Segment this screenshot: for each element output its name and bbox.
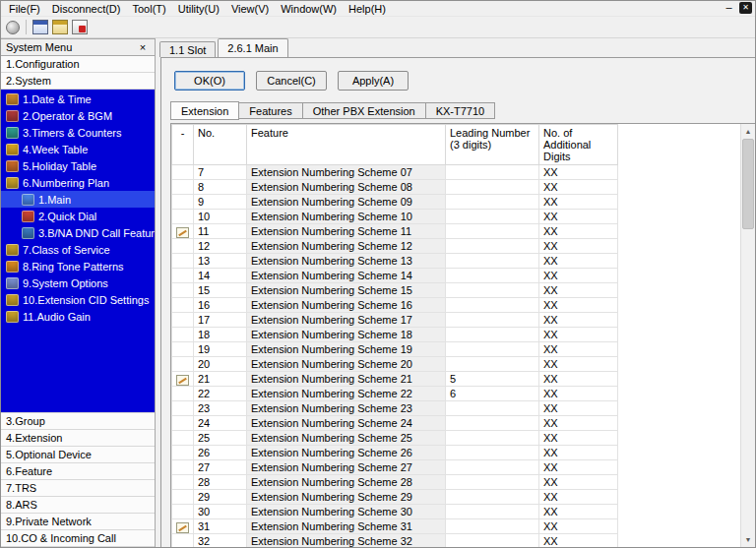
additional-digits-cell[interactable]: XX (539, 313, 618, 328)
close-icon[interactable]: ✕ (739, 2, 752, 14)
additional-digits-cell[interactable]: XX (539, 372, 618, 387)
additional-digits-cell[interactable]: XX (539, 195, 618, 210)
leading-number-cell[interactable] (446, 195, 539, 210)
tree-item[interactable]: 5.Holiday Table (1, 157, 155, 174)
additional-digits-cell[interactable]: XX (539, 298, 618, 313)
leading-number-cell[interactable] (446, 283, 539, 298)
leading-number-cell[interactable] (446, 534, 539, 548)
tree-item[interactable]: 1.Main (1, 191, 155, 208)
leading-number-cell[interactable] (446, 431, 539, 446)
leading-number-cell[interactable] (446, 269, 539, 283)
additional-digits-cell[interactable]: XX (539, 416, 618, 431)
leading-number-cell[interactable] (446, 254, 539, 269)
vertical-scrollbar[interactable]: ▲ ▼ (740, 124, 755, 547)
additional-digits-cell[interactable]: XX (539, 475, 618, 490)
additional-digits-cell[interactable]: XX (539, 269, 618, 283)
tree-item[interactable]: 3.Timers & Counters (1, 124, 155, 141)
tree-item[interactable]: 8.Ring Tone Patterns (1, 258, 155, 274)
tree-item[interactable]: 2.Operator & BGM (1, 107, 155, 124)
additional-digits-cell[interactable]: XX (539, 224, 618, 239)
doc-tab[interactable]: 1.1 Slot (159, 41, 216, 57)
additional-digits-cell[interactable]: XX (539, 387, 618, 401)
doc-tab[interactable]: 2.6.1 Main (218, 38, 287, 57)
sidebar-item[interactable]: 6.Feature (1, 463, 155, 480)
additional-digits-cell[interactable]: XX (539, 328, 618, 342)
additional-digits-cell[interactable]: XX (539, 401, 618, 416)
sidebar-item[interactable]: 8.ARS (1, 497, 155, 514)
leading-number-cell[interactable] (446, 328, 539, 342)
additional-digits-cell[interactable]: XX (539, 210, 618, 224)
sub-tab[interactable]: Features (239, 102, 302, 119)
tree-item[interactable]: 1.Date & Time (1, 91, 155, 107)
cancel-button[interactable]: Cancel(C) (256, 71, 327, 91)
scroll-down-icon[interactable]: ▼ (741, 532, 755, 547)
sub-tab[interactable]: KX-T7710 (426, 102, 496, 119)
menu-item[interactable]: Help(H) (343, 2, 392, 16)
menu-item[interactable]: View(V) (225, 2, 275, 16)
additional-digits-cell[interactable]: XX (539, 446, 618, 460)
sidebar-item[interactable]: 2.System (1, 73, 155, 90)
leading-number-cell[interactable] (446, 460, 539, 475)
additional-digits-cell[interactable]: XX (539, 519, 618, 534)
ok-button[interactable]: OK(O) (174, 71, 245, 91)
additional-digits-cell[interactable]: XX (539, 431, 618, 446)
scroll-track[interactable] (741, 139, 755, 532)
leading-number-cell[interactable] (446, 165, 539, 180)
leading-number-cell[interactable] (446, 342, 539, 357)
tree-item[interactable]: 10.Extension CID Settings (1, 291, 155, 308)
connect-status-icon[interactable] (6, 21, 20, 34)
sidebar-item[interactable]: 10.CO & Incoming Call (1, 530, 155, 547)
tree-item[interactable]: 2.Quick Dial (1, 208, 155, 224)
sub-tab[interactable]: Other PBX Extension (303, 102, 426, 119)
tree-item[interactable]: 4.Week Table (1, 141, 155, 157)
tree-item[interactable]: 11.Audio Gain (1, 308, 155, 325)
additional-digits-cell[interactable]: XX (539, 254, 618, 269)
sidebar-item[interactable]: 3.Group (1, 413, 155, 430)
leading-number-cell[interactable]: 5 (446, 372, 539, 387)
tree-item[interactable]: 3.B/NA DND Call Feature (1, 224, 155, 241)
menu-item[interactable]: Disconnect(D) (46, 2, 127, 16)
tree-item[interactable]: 7.Class of Service (1, 241, 155, 258)
additional-digits-cell[interactable]: XX (539, 165, 618, 180)
menu-item[interactable]: File(F) (3, 2, 46, 16)
exit-icon[interactable] (72, 20, 88, 34)
scroll-up-icon[interactable]: ▲ (741, 124, 755, 139)
minimize-icon[interactable]: – (723, 3, 735, 14)
leading-number-cell[interactable] (446, 210, 539, 224)
leading-number-cell[interactable] (446, 416, 539, 431)
sidebar-item[interactable]: 9.Private Network (1, 514, 155, 530)
leading-number-cell[interactable] (446, 446, 539, 460)
tree-item[interactable]: 9.System Options (1, 274, 155, 291)
additional-digits-cell[interactable]: XX (539, 505, 618, 519)
sidebar-close-icon[interactable]: × (136, 41, 150, 53)
leading-number-cell[interactable] (446, 519, 539, 534)
sub-tab[interactable]: Extension (170, 101, 239, 120)
additional-digits-cell[interactable]: XX (539, 283, 618, 298)
leading-number-cell[interactable]: 6 (446, 387, 539, 401)
additional-digits-cell[interactable]: XX (539, 180, 618, 195)
sidebar-item[interactable]: 7.TRS (1, 480, 155, 497)
menu-item[interactable]: Utility(U) (172, 2, 225, 16)
leading-number-cell[interactable] (446, 357, 539, 372)
additional-digits-cell[interactable]: XX (539, 460, 618, 475)
console-icon[interactable] (32, 20, 48, 34)
leading-number-cell[interactable] (446, 401, 539, 416)
menu-item[interactable]: Tool(T) (126, 2, 171, 16)
window-icon[interactable] (52, 20, 68, 34)
additional-digits-cell[interactable]: XX (539, 342, 618, 357)
leading-number-cell[interactable] (446, 475, 539, 490)
leading-number-cell[interactable] (446, 313, 539, 328)
additional-digits-cell[interactable]: XX (539, 490, 618, 505)
scroll-thumb[interactable] (742, 139, 754, 229)
sidebar-item[interactable]: 5.Optional Device (1, 447, 155, 463)
leading-number-cell[interactable] (446, 490, 539, 505)
menu-item[interactable]: Window(W) (275, 2, 343, 16)
apply-button[interactable]: Apply(A) (338, 71, 409, 91)
leading-number-cell[interactable] (446, 224, 539, 239)
additional-digits-cell[interactable]: XX (539, 357, 618, 372)
additional-digits-cell[interactable]: XX (539, 239, 618, 254)
leading-number-cell[interactable] (446, 298, 539, 313)
tree-item[interactable]: 6.Numbering Plan (1, 174, 155, 191)
sidebar-item[interactable]: 1.Configuration (1, 56, 155, 73)
additional-digits-cell[interactable]: XX (539, 534, 618, 548)
